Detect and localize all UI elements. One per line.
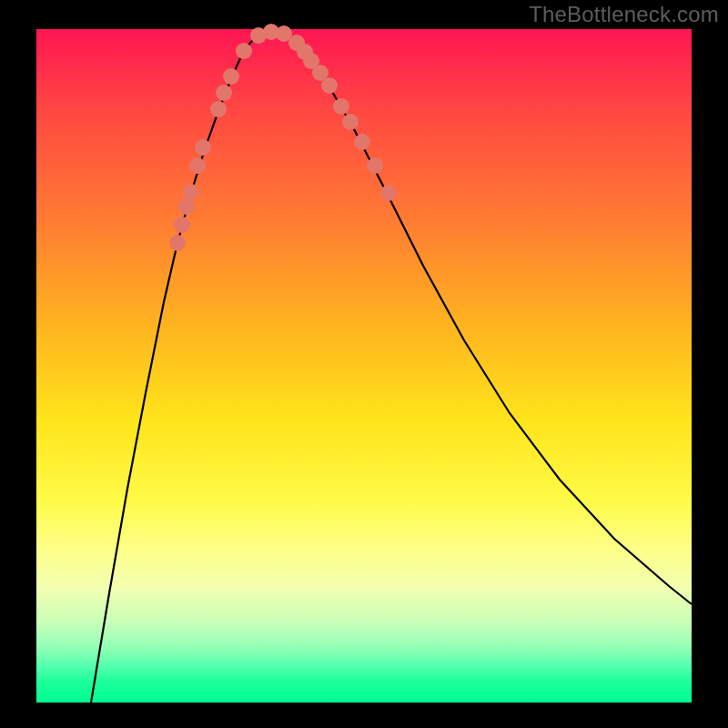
data-dot: [354, 134, 370, 150]
data-dot: [367, 157, 383, 174]
data-dot: [174, 217, 190, 233]
data-dot: [210, 101, 227, 117]
dot-layer: [169, 24, 397, 251]
data-dot: [321, 77, 338, 94]
data-dot: [223, 68, 239, 85]
data-dot: [178, 198, 195, 215]
data-dot: [342, 114, 359, 130]
data-dot: [183, 184, 199, 200]
plot-area: [36, 29, 692, 703]
data-dot: [236, 43, 252, 59]
data-dot: [195, 139, 211, 156]
data-dot: [216, 85, 232, 101]
data-dot: [169, 235, 186, 251]
chart-svg: [36, 29, 692, 703]
data-dot: [333, 98, 349, 115]
watermark-text: TheBottleneck.com: [529, 2, 719, 27]
chart-frame: TheBottleneck.com: [0, 0, 728, 728]
data-dot: [189, 157, 206, 174]
data-dot: [380, 185, 397, 201]
bottleneck-curve: [91, 32, 692, 703]
data-dot: [288, 35, 305, 51]
